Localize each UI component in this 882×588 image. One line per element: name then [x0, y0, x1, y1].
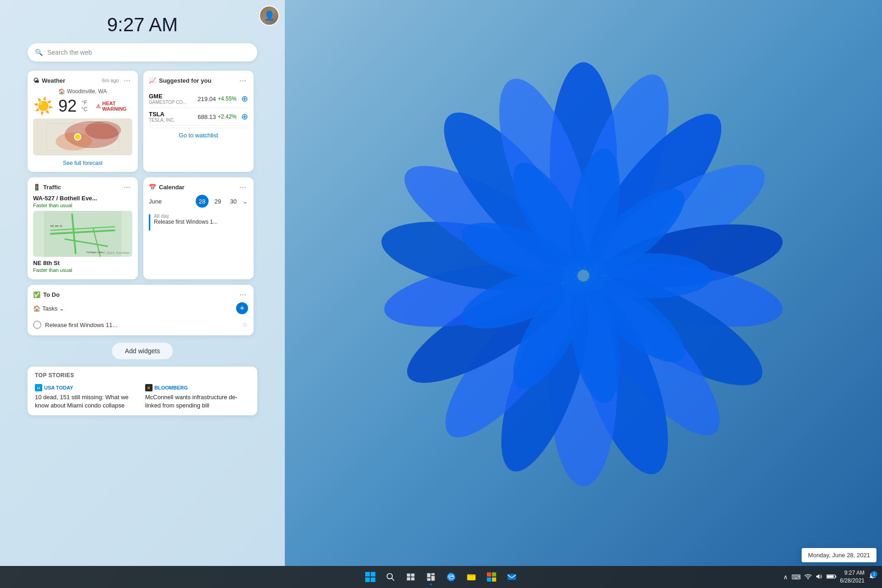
calendar-more-btn[interactable]: ··· — [237, 182, 248, 192]
svg-point-29 — [56, 132, 92, 150]
stock-tsla-symbol: TSLA — [149, 111, 175, 118]
calendar-days: 28 29 30 ⌄ — [196, 195, 248, 208]
todo-star-0[interactable]: ☆ — [242, 321, 248, 328]
calendar-body: June 28 29 30 ⌄ All day Release first Wi… — [143, 195, 254, 236]
stock-gme-price-area: 219.04 +4.55% ⊕ — [198, 94, 248, 104]
story-item-0[interactable]: U USA TODAY 10 dead, 151 still missing: … — [35, 384, 140, 410]
warning-icon: ⚠ — [96, 103, 101, 109]
calendar-event-time: All day — [154, 213, 218, 219]
start-button[interactable] — [361, 568, 379, 586]
traffic-more-btn[interactable]: ··· — [122, 182, 132, 192]
widget-search-bar[interactable]: 🔍 Search the web — [28, 43, 257, 62]
stock-gme-change: +4.55% — [218, 96, 237, 102]
weather-sun-icon: ☀️ — [33, 96, 54, 116]
svg-rect-37 — [371, 577, 375, 582]
traffic-widget: 🚦 Traffic ··· WA-527 / Bothell Eve... Fa… — [28, 177, 138, 279]
calendar-header: 📅 Calendar ··· — [143, 177, 254, 195]
profile-avatar[interactable]: 👤 — [259, 6, 279, 26]
calendar-title: Calendar — [159, 184, 185, 191]
todo-add-btn[interactable]: + — [236, 302, 248, 314]
calendar-month: June — [149, 198, 162, 205]
svg-line-39 — [392, 578, 394, 581]
todo-tasks-row: 🏠 Tasks ⌄ + — [33, 302, 248, 314]
calendar-next-btn[interactable]: ⌄ — [243, 198, 248, 205]
story-source-0: U USA TODAY — [35, 384, 140, 391]
top-stories-section: TOP STORIES U USA TODAY 10 dead, 151 sti… — [28, 367, 257, 415]
svg-rect-47 — [431, 576, 435, 581]
taskbar-center — [361, 568, 521, 586]
story-source-1: B Bloomberg — [145, 384, 250, 391]
taskbar-time[interactable]: 9:27 AM 6/28/2021 — [840, 569, 865, 585]
todo-checkbox-0[interactable] — [33, 321, 41, 329]
svg-rect-53 — [492, 577, 496, 582]
weather-body: 🏠 Woodinville, WA ☀️ 92 °F °C ⚠ HEAT WAR… — [28, 88, 138, 172]
systray-wifi-icon[interactable] — [804, 573, 812, 582]
svg-rect-54 — [508, 574, 516, 580]
svg-text:Cottage Lake: Cottage Lake — [86, 250, 103, 254]
cal-day-28[interactable]: 28 — [196, 195, 209, 208]
stock-tsla-row[interactable]: TSLA TESLA, INC. 688.13 +2.42% ⊕ — [149, 108, 248, 126]
story-item-1[interactable]: B Bloomberg McConnell wants infrastructu… — [145, 384, 250, 410]
taskbar-taskview-btn[interactable] — [401, 568, 420, 586]
systray-overflow-btn[interactable]: ∧ — [783, 573, 788, 581]
add-widgets-btn[interactable]: Add widgets — [112, 343, 173, 359]
heat-warning: ⚠ HEAT WARNING — [96, 101, 132, 112]
see-forecast-link[interactable]: See full forecast — [33, 158, 132, 168]
todo-tasks-dropdown[interactable]: 🏠 Tasks ⌄ — [33, 305, 64, 312]
taskbar-store-btn[interactable] — [482, 568, 501, 586]
systray-battery-icon[interactable] — [826, 573, 837, 582]
svg-rect-34 — [365, 572, 370, 577]
stock-gme-add-btn[interactable]: ⊕ — [241, 94, 248, 104]
stories-grid: U USA TODAY 10 dead, 151 still missing: … — [35, 384, 250, 410]
go-watchlist-link[interactable]: Go to watchlist — [149, 128, 248, 141]
stock-gme-company: GAMESTOP CO... — [149, 100, 187, 105]
todo-header: ✅ To Do ··· — [28, 285, 254, 302]
todo-tasks-label: Tasks — [42, 305, 57, 312]
taskbar-clock: 9:27 AM — [840, 569, 865, 577]
weather-main: ☀️ 92 °F °C ⚠ HEAT WARNING — [33, 96, 132, 116]
stock-tsla-change: +2.42% — [218, 113, 237, 120]
taskbar-edge-btn[interactable] — [442, 568, 460, 586]
todo-tasks-chevron: ⌄ — [59, 305, 64, 312]
todo-item-0[interactable]: Release first Windows 11... ☆ — [33, 318, 248, 332]
svg-rect-57 — [827, 575, 834, 577]
search-icon: 🔍 — [35, 49, 43, 56]
weather-location-dot — [74, 133, 81, 141]
stocks-widget: 📈 Suggested for you ··· GME GAMESTOP CO.… — [143, 71, 254, 172]
stock-gme-symbol: GME — [149, 93, 187, 100]
weather-more-btn[interactable]: ··· — [122, 75, 132, 85]
taskbar-fileexplorer-btn[interactable] — [462, 568, 481, 586]
cal-day-30[interactable]: 30 — [227, 195, 240, 208]
date-tooltip: Monday, June 28, 2021 — [802, 548, 876, 562]
todo-more-btn[interactable]: ··· — [237, 289, 248, 300]
stocks-more-btn[interactable]: ··· — [237, 75, 248, 85]
notification-btn[interactable]: 2 — [868, 572, 876, 582]
widget-time: 9:27 AM — [107, 14, 178, 36]
taskbar-widgets-btn[interactable] — [422, 568, 440, 586]
stock-tsla-add-btn[interactable]: ⊕ — [241, 112, 248, 122]
stocks-icon: 📈 — [149, 77, 156, 84]
stock-tsla-info: TSLA TESLA, INC. — [149, 111, 175, 123]
stock-gme-row[interactable]: GME GAMESTOP CO... 219.04 +4.55% ⊕ — [149, 90, 248, 108]
taskbar-mail-btn[interactable] — [503, 568, 521, 586]
svg-rect-51 — [492, 572, 496, 577]
calendar-event-title: Release first Windows 1... — [154, 219, 218, 225]
stocks-title: Suggested for you — [159, 77, 211, 84]
weather-header: 🌤 Weather 6m ago ··· — [28, 71, 138, 88]
calendar-icon: 📅 — [149, 184, 156, 191]
taskbar-right: ∧ ⌨ — [783, 569, 876, 585]
stock-tsla-price: 688.13 — [198, 113, 216, 120]
taskbar: ∧ ⌨ — [0, 566, 882, 588]
weather-ago: 6m ago — [102, 78, 119, 83]
taskbar-search-btn[interactable] — [381, 568, 400, 586]
calendar-event[interactable]: All day Release first Windows 1... — [149, 211, 248, 232]
cal-day-29[interactable]: 29 — [211, 195, 224, 208]
traffic-body: WA-527 / Bothell Eve... Faster than usua… — [28, 195, 138, 279]
traffic-icon: 🚦 — [33, 184, 40, 191]
systray-sound-icon[interactable] — [815, 573, 823, 582]
svg-rect-41 — [411, 574, 415, 577]
bloomberg-logo: B — [145, 384, 153, 391]
calendar-widget: 📅 Calendar ··· June 28 29 30 ⌄ — [143, 177, 254, 279]
stock-tsla-price-area: 688.13 +2.42% ⊕ — [198, 112, 248, 122]
stock-gme-price: 219.04 — [198, 96, 216, 102]
